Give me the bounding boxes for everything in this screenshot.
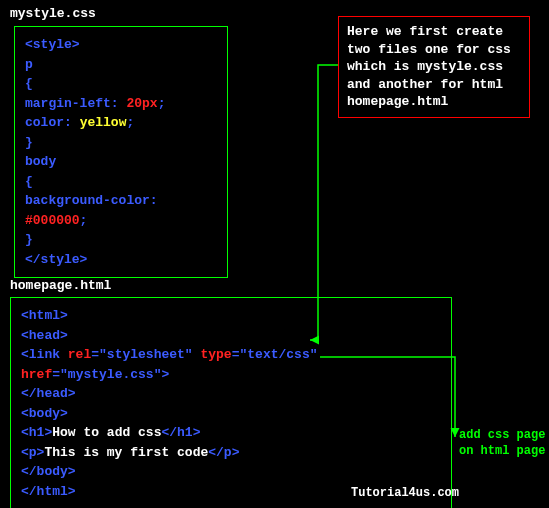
selector-body: body bbox=[25, 154, 56, 169]
watermark: Tutorial4us.com bbox=[351, 486, 459, 500]
tag-end: > bbox=[161, 367, 169, 382]
code-line: <body> bbox=[21, 404, 441, 424]
code-line: color: yellow; bbox=[25, 113, 217, 133]
eq: = bbox=[91, 347, 99, 362]
code-line: <head> bbox=[21, 326, 441, 346]
prop-name: margin-left bbox=[25, 96, 111, 111]
code-line: </style> bbox=[25, 250, 217, 270]
code-line: } bbox=[25, 133, 217, 153]
head-close: </head> bbox=[21, 386, 76, 401]
code-line: <style> bbox=[25, 35, 217, 55]
attr-val: "mystyle.css" bbox=[60, 367, 161, 382]
colon: : bbox=[64, 115, 80, 130]
semi: ; bbox=[126, 115, 134, 130]
file1-label: mystyle.css bbox=[10, 6, 96, 21]
html-file-box: <html> <head> <link rel="stylesheet" typ… bbox=[10, 297, 452, 508]
eq: = bbox=[52, 367, 60, 382]
code-line: <link rel="stylesheet" type="text/css" h… bbox=[21, 345, 441, 384]
arrow-label-line1: add css page bbox=[459, 428, 545, 444]
prop-val: #000000 bbox=[25, 213, 80, 228]
code-line: <html> bbox=[21, 306, 441, 326]
body-open: <body> bbox=[21, 406, 68, 421]
selector-p: p bbox=[25, 57, 33, 72]
brace-close: } bbox=[25, 232, 33, 247]
colon: : bbox=[150, 193, 158, 208]
prop-val: yellow bbox=[80, 115, 127, 130]
semi: ; bbox=[80, 213, 88, 228]
style-close-tag: </style> bbox=[25, 252, 87, 267]
css-file-box: <style> p { margin-left: 20px; color: ye… bbox=[14, 26, 228, 278]
arrow-label: add css page on html page bbox=[459, 428, 545, 459]
brace-open: { bbox=[25, 174, 33, 189]
brace-open: { bbox=[25, 76, 33, 91]
code-line: </head> bbox=[21, 384, 441, 404]
arrow-label-line2: on html page bbox=[459, 444, 545, 460]
file2-label: homepage.html bbox=[10, 278, 111, 293]
attr-name: href bbox=[21, 367, 52, 382]
code-line: margin-left: 20px; bbox=[25, 94, 217, 114]
attr-val: "stylesheet" bbox=[99, 347, 193, 362]
h1-open: <h1> bbox=[21, 425, 52, 440]
prop-val: 20px bbox=[126, 96, 157, 111]
p-close: </p> bbox=[208, 445, 239, 460]
body-close: </body> bbox=[21, 464, 76, 479]
explanation-note: Here we first create two files one for c… bbox=[338, 16, 530, 118]
colon: : bbox=[111, 96, 127, 111]
code-line: p bbox=[25, 55, 217, 75]
link-tag-open: <link bbox=[21, 347, 68, 362]
prop-name: color bbox=[25, 115, 64, 130]
html-close: </html> bbox=[21, 484, 76, 499]
code-line: <p>This is my first code</p> bbox=[21, 443, 441, 463]
attr-val: "text/css" bbox=[240, 347, 318, 362]
eq: = bbox=[232, 347, 240, 362]
p-text: This is my first code bbox=[44, 445, 208, 460]
code-line: body bbox=[25, 152, 217, 172]
html-open: <html> bbox=[21, 308, 68, 323]
head-open: <head> bbox=[21, 328, 68, 343]
code-line: { bbox=[25, 74, 217, 94]
attr-name: type bbox=[200, 347, 231, 362]
code-line: <h1>How to add css</h1> bbox=[21, 423, 441, 443]
code-line: background-color: #000000; bbox=[25, 191, 217, 230]
code-line: } bbox=[25, 230, 217, 250]
brace-close: } bbox=[25, 135, 33, 150]
style-open-tag: <style> bbox=[25, 37, 80, 52]
attr-name: rel bbox=[68, 347, 91, 362]
h1-text: How to add css bbox=[52, 425, 161, 440]
h1-close: </h1> bbox=[161, 425, 200, 440]
code-line: { bbox=[25, 172, 217, 192]
p-open: <p> bbox=[21, 445, 44, 460]
code-line: </body> bbox=[21, 462, 441, 482]
prop-name: background-color bbox=[25, 193, 150, 208]
semi: ; bbox=[158, 96, 166, 111]
